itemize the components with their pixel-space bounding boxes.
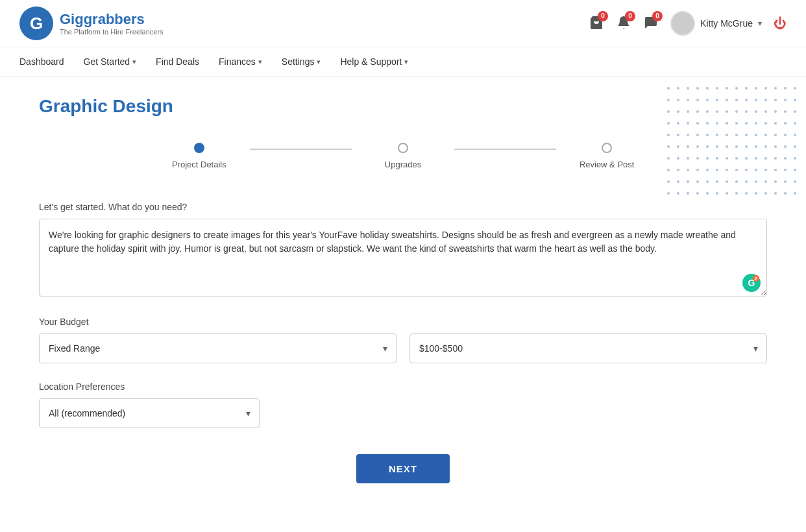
svg-point-52 [764, 122, 767, 125]
svg-point-110 [784, 169, 787, 171]
nav-get-started[interactable]: Get Started ▾ [84, 47, 137, 76]
location-label: Location Preferences [39, 381, 767, 392]
cart-icon[interactable]: 0 [589, 15, 604, 32]
svg-point-1 [677, 87, 679, 90]
next-button[interactable]: NEXT [356, 454, 450, 483]
svg-point-127 [677, 192, 679, 195]
grammarly-icon: G 2 [742, 274, 761, 292]
message-icon[interactable]: 0 [643, 15, 659, 32]
svg-point-97 [794, 157, 796, 160]
nav-settings[interactable]: Settings ▾ [282, 47, 321, 76]
svg-point-49 [735, 122, 738, 125]
budget-section: Your Budget Fixed Range Hourly Fixed Pri… [39, 317, 767, 363]
svg-point-136 [764, 192, 767, 195]
step-connector-2 [454, 149, 556, 150]
logo: G Giggrabbers The Platform to Hire Freel… [19, 6, 164, 40]
svg-point-55 [794, 122, 796, 125]
budget-type-select[interactable]: Fixed Range Hourly Fixed Price [39, 333, 397, 363]
budget-range-select[interactable]: $100-$500 $500-$1000 $1000-$5000 $5000+ [409, 333, 767, 363]
logo-icon: G [19, 6, 53, 40]
step-upgrades: Upgrades [352, 143, 454, 169]
svg-point-109 [774, 169, 777, 171]
budget-range-wrapper: $100-$500 $500-$1000 $1000-$5000 $5000+ … [409, 333, 767, 363]
user-menu-chevron: ▾ [758, 19, 762, 28]
svg-point-11 [774, 87, 777, 90]
description-label: Let's get started. What do you need? [39, 202, 767, 212]
step-review-post: Review & Post [556, 143, 658, 169]
location-select[interactable]: All (recommended) United States Europe A… [39, 398, 260, 428]
avatar [670, 11, 695, 36]
get-started-chevron: ▾ [132, 58, 136, 66]
svg-point-51 [755, 122, 757, 125]
svg-point-8 [745, 87, 748, 90]
settings-chevron: ▾ [317, 58, 321, 66]
svg-point-64 [745, 134, 748, 136]
svg-point-138 [784, 192, 787, 195]
svg-point-117 [716, 180, 718, 183]
svg-point-41 [794, 110, 796, 113]
svg-point-66 [764, 134, 767, 136]
svg-point-0 [667, 87, 670, 90]
help-support-chevron: ▾ [404, 58, 408, 66]
svg-point-130 [706, 192, 709, 195]
svg-point-59 [696, 134, 699, 136]
svg-point-112 [667, 180, 670, 183]
svg-point-115 [696, 180, 699, 183]
cart-badge: 0 [598, 11, 608, 21]
description-input[interactable] [39, 219, 767, 296]
step-3-circle [602, 143, 612, 153]
svg-point-132 [726, 192, 728, 195]
user-menu[interactable]: Kitty McGrue ▾ [670, 11, 762, 36]
main-nav: Dashboard Get Started ▾ Find Deals Finan… [0, 47, 806, 77]
message-badge: 0 [652, 11, 663, 21]
svg-point-122 [764, 180, 767, 183]
svg-point-4 [706, 87, 709, 90]
svg-point-7 [735, 87, 738, 90]
svg-point-139 [794, 192, 796, 195]
svg-point-39 [774, 110, 777, 113]
svg-point-123 [774, 180, 777, 183]
svg-point-119 [735, 180, 738, 183]
svg-point-45 [696, 122, 699, 125]
next-button-area: NEXT [39, 454, 767, 483]
svg-point-126 [667, 192, 670, 195]
svg-point-69 [794, 134, 796, 136]
svg-point-46 [706, 122, 709, 125]
svg-point-40 [784, 110, 787, 113]
svg-point-25 [774, 99, 777, 101]
svg-point-95 [774, 157, 777, 160]
nav-dashboard[interactable]: Dashboard [19, 47, 64, 76]
nav-find-deals[interactable]: Find Deals [156, 47, 199, 76]
svg-point-26 [784, 99, 787, 101]
svg-point-53 [774, 122, 777, 125]
content-area: Graphic Design Project Details Upgrades … [0, 77, 806, 522]
svg-point-60 [706, 134, 709, 136]
svg-point-128 [687, 192, 689, 195]
svg-point-6 [726, 87, 728, 90]
svg-point-2 [687, 87, 689, 90]
header-right: 0 0 0 Kitty McGrue ▾ ⏻ [589, 11, 787, 36]
step-1-circle [194, 143, 204, 153]
svg-point-61 [716, 134, 718, 136]
svg-point-63 [735, 134, 738, 136]
notification-icon[interactable]: 0 [616, 15, 631, 32]
svg-point-12 [784, 87, 787, 90]
notification-badge: 0 [625, 11, 635, 21]
stepper: Project Details Upgrades Review & Post [39, 143, 767, 169]
svg-point-10 [764, 87, 767, 90]
svg-point-9 [755, 87, 757, 90]
user-name: Kitty McGrue [700, 18, 753, 29]
step-project-details: Project Details [148, 143, 250, 169]
nav-help-support[interactable]: Help & Support ▾ [340, 47, 408, 76]
svg-point-47 [716, 122, 718, 125]
svg-point-116 [706, 180, 709, 183]
svg-point-125 [794, 180, 796, 183]
stepper-track: Project Details Upgrades Review & Post [148, 143, 657, 169]
svg-point-43 [677, 122, 679, 125]
nav-finances[interactable]: Finances ▾ [219, 47, 262, 76]
svg-point-42 [667, 122, 670, 125]
svg-point-83 [794, 145, 796, 148]
description-section: Let's get started. What do you need? G 2 [39, 202, 767, 298]
svg-point-121 [755, 180, 757, 183]
logout-icon[interactable]: ⏻ [774, 16, 787, 31]
